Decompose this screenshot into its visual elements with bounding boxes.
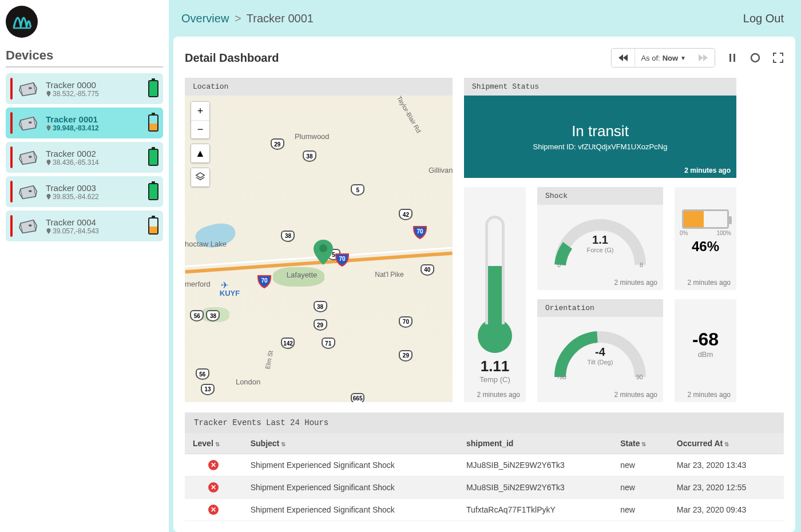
battery-icon [148, 183, 158, 200]
cell-occurred: Mar 23, 2020 09:43 [669, 499, 784, 521]
tracker-icon [16, 215, 40, 237]
col-level[interactable]: Level⇅ [185, 433, 243, 454]
orientation-card: Orientation -4 Tilt (Deg) -90 90 2 [537, 299, 663, 402]
thermometer-icon [485, 216, 505, 324]
topbar: Overview > Tracker 0001 Log Out [169, 0, 801, 37]
error-icon: ✕ [208, 482, 219, 493]
device-name: Tracker 0000 [46, 80, 148, 90]
battery-card: 0%100% 46% 2 minutes ago [675, 187, 736, 290]
events-card-header: Tracker Events Last 24 Hours [185, 412, 784, 433]
svg-point-5 [29, 224, 32, 227]
sidebar: Devices Tracker 000038.532,-85.775Tracke… [0, 0, 169, 532]
map-pin-icon [314, 240, 333, 265]
col-occurred[interactable]: Occurred At⇅ [669, 433, 784, 454]
logout-link[interactable]: Log Out [743, 12, 784, 25]
forward-button[interactable] [692, 49, 715, 67]
alert-indicator [10, 215, 13, 237]
table-row[interactable]: ✕Shipment Experienced Significant ShockM… [185, 454, 784, 477]
col-state[interactable]: State⇅ [612, 433, 669, 454]
battery-icon [148, 149, 158, 166]
device-coords: 39.057,-84.543 [46, 227, 148, 235]
time-control: As of: Now ▼ [611, 48, 715, 68]
battery-icon [148, 114, 158, 132]
device-name: Tracker 0002 [46, 149, 148, 158]
sidebar-item-tracker-0002[interactable]: Tracker 000238.436,-85.314 [6, 142, 163, 173]
location-pin-icon [46, 91, 51, 97]
svg-rect-6 [729, 54, 731, 62]
device-list: Tracker 000038.532,-85.775Tracker 000139… [6, 73, 163, 241]
events-card: Tracker Events Last 24 Hours Level⇅ Subj… [185, 412, 784, 521]
tracker-icon [16, 181, 40, 203]
tracker-icon [16, 112, 40, 134]
shipment-status-card: Shipment Status In transit Shipment ID: … [464, 78, 736, 178]
battery-icon [682, 209, 729, 229]
device-coords: 39.948,-83.412 [46, 124, 148, 132]
cell-state: new [612, 454, 669, 477]
page-title: Detail Dashboard [185, 51, 279, 65]
svg-text:70: 70 [339, 256, 346, 262]
zoom-out-button[interactable]: − [191, 120, 209, 138]
asof-dropdown[interactable]: As of: Now ▼ [635, 49, 692, 67]
svg-rect-7 [733, 54, 735, 62]
tracker-icon [16, 78, 40, 100]
sidebar-item-tracker-0001[interactable]: Tracker 000139.948,-83.412 [6, 108, 163, 138]
shipment-status-header: Shipment Status [464, 78, 736, 96]
alert-indicator [10, 112, 13, 134]
device-coords: 38.436,-85.314 [46, 158, 148, 166]
fullscreen-icon[interactable] [772, 52, 784, 63]
svg-point-8 [751, 54, 759, 62]
svg-point-12 [319, 244, 327, 252]
alert-indicator [10, 146, 13, 168]
cell-subject: Shipment Experienced Significant Shock [243, 477, 458, 499]
device-name: Tracker 0001 [46, 114, 148, 124]
alert-indicator [10, 181, 13, 203]
cell-state: new [612, 477, 669, 499]
device-name: Tracker 0004 [46, 217, 148, 227]
layers-button[interactable] [191, 168, 209, 186]
cell-shipment: TufxtaRcAq77F1TklPykY [458, 499, 612, 521]
breadcrumb-root[interactable]: Overview [181, 12, 229, 25]
battery-icon [148, 80, 158, 97]
sidebar-item-tracker-0004[interactable]: Tracker 000439.057,-84.543 [6, 211, 163, 241]
shipment-id: Shipment ID: vfZUtQdjxVFM1UXozPcNg [533, 142, 668, 151]
signal-card: -68 dBm 2 minutes ago [675, 299, 736, 402]
pause-icon[interactable] [727, 52, 738, 63]
sidebar-item-tracker-0003[interactable]: Tracker 000339.835,-84.622 [6, 176, 163, 207]
cell-occurred: Mar 23, 2020 12:55 [669, 477, 784, 499]
alert-indicator [10, 78, 13, 100]
location-card: Location Plumwood Lafayette London Gilli… [185, 78, 453, 402]
tracker-icon [16, 146, 40, 168]
device-name: Tracker 0003 [46, 183, 148, 193]
cell-occurred: Mar 23, 2020 13:43 [669, 454, 784, 477]
col-shipment[interactable]: shipment_id [458, 433, 612, 454]
svg-point-4 [29, 190, 32, 192]
svg-text:70: 70 [261, 277, 268, 284]
rewind-button[interactable] [612, 49, 635, 67]
temperature-card: 1.11 Temp (C) 2 minutes ago [464, 187, 526, 402]
devices-heading: Devices [6, 46, 163, 68]
orient-north-button[interactable]: ▲ [191, 144, 209, 162]
cell-state: new [612, 499, 669, 521]
sidebar-item-tracker-0000[interactable]: Tracker 000038.532,-85.775 [6, 73, 163, 104]
location-card-header: Location [185, 78, 453, 96]
time-toolbar: As of: Now ▼ [611, 48, 784, 68]
shipment-timestamp: 2 minutes ago [684, 166, 731, 174]
location-pin-icon [46, 125, 51, 131]
main: Overview > Tracker 0001 Log Out Detail D… [169, 0, 801, 532]
breadcrumb: Overview > Tracker 0001 [181, 12, 314, 25]
location-pin-icon [46, 160, 51, 165]
signal-value: -68 [692, 329, 719, 350]
table-row[interactable]: ✕Shipment Experienced Significant ShockM… [185, 477, 784, 499]
svg-text:70: 70 [417, 228, 423, 235]
cell-subject: Shipment Experienced Significant Shock [243, 499, 458, 521]
location-pin-icon [46, 194, 51, 200]
zoom-in-button[interactable]: + [191, 102, 209, 120]
map[interactable]: Plumwood Lafayette London Gillivan hocta… [185, 96, 453, 402]
device-coords: 38.532,-85.775 [46, 90, 148, 98]
col-subject[interactable]: Subject⇅ [243, 433, 458, 454]
refresh-icon[interactable] [750, 52, 761, 63]
brand-logo [6, 6, 38, 38]
battery-value: 46% [692, 239, 719, 255]
battery-icon [148, 217, 158, 235]
table-row[interactable]: ✕Shipment Experienced Significant ShockT… [185, 499, 784, 521]
